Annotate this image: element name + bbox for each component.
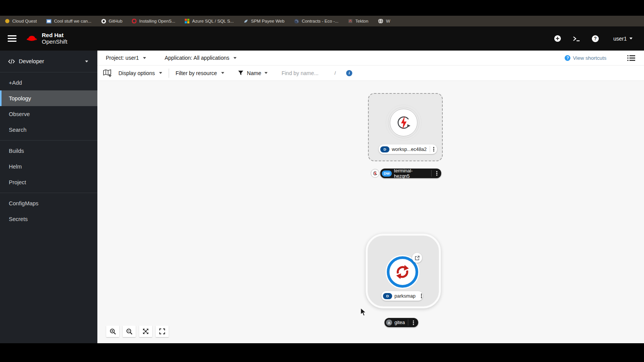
nav-group-config: ConfigMaps Secrets xyxy=(0,193,97,229)
view-shortcuts-button[interactable]: ? View shortcuts xyxy=(565,55,606,61)
bookmark-spm-payee[interactable]: SPM Payee Web xyxy=(243,19,284,23)
zoom-controls xyxy=(106,326,169,337)
application-dropdown[interactable]: Application: All applications xyxy=(164,55,237,61)
gitea-name: gitea xyxy=(394,320,405,325)
microsoft-favicon xyxy=(185,19,189,23)
dark-globe-favicon xyxy=(294,19,299,24)
sidebar-item-topology[interactable]: Topology xyxy=(0,90,97,106)
label-divider xyxy=(430,146,430,152)
parksmap-node-label[interactable]: D parksmap xyxy=(381,291,423,301)
add-button[interactable] xyxy=(554,35,562,43)
openshift-favicon xyxy=(132,19,136,23)
export-application-icon[interactable] xyxy=(103,69,112,77)
bookmark-label: Cool stuff we can... xyxy=(54,19,92,23)
kebab-menu-icon[interactable] xyxy=(421,293,422,299)
zoom-out-button[interactable] xyxy=(123,326,136,337)
expand-arrows-icon xyxy=(143,328,149,334)
user-menu[interactable]: user1 xyxy=(613,36,632,42)
sidebar-item-search[interactable]: Search xyxy=(0,122,97,138)
chevron-down-icon xyxy=(159,72,162,74)
filter-type-label: Name xyxy=(247,70,261,76)
view-shortcuts-label: View shortcuts xyxy=(573,55,606,61)
devworkspace-mini-icon xyxy=(373,171,378,176)
sidebar-item-project[interactable]: Project xyxy=(0,174,97,190)
label-divider xyxy=(431,170,432,177)
workspace-node-label[interactable]: D worksp...ec48a2 xyxy=(379,144,437,154)
deployment-badge: D xyxy=(383,293,392,299)
info-icon[interactable]: i xyxy=(346,70,352,76)
nav-label: Search xyxy=(9,127,26,133)
bookmark-azure-sql[interactable]: Azure SQL / SQL S... xyxy=(185,19,233,23)
bookmark-contracts[interactable]: Contracts - Eco -... xyxy=(294,19,338,24)
terminal-node-decorator[interactable] xyxy=(371,169,380,178)
chevron-down-icon xyxy=(264,72,268,74)
bookmark-tekton[interactable]: Tekton xyxy=(348,19,368,23)
screen: Cloud Quest Cool stuff we can... GitHub … xyxy=(0,0,644,362)
terminal-name: terminal-hezqn5 xyxy=(394,168,428,179)
filter-by-resource-label: Filter by resource xyxy=(176,70,217,76)
filter-type-dropdown[interactable]: Name xyxy=(238,70,268,76)
bookmark-cool-stuff[interactable]: Cool stuff we can... xyxy=(46,19,92,23)
zoom-in-button[interactable] xyxy=(106,326,119,337)
project-dropdown[interactable]: Project: user1 xyxy=(106,55,146,61)
chevron-down-icon xyxy=(143,57,146,59)
brand-text: Red Hat OpenShift xyxy=(42,32,67,45)
gitea-node-label[interactable]: A gitea xyxy=(384,318,418,327)
kebab-menu-icon[interactable] xyxy=(432,146,435,152)
nav-label: +Add xyxy=(9,80,22,86)
brand[interactable]: Red Hat OpenShift xyxy=(25,32,67,45)
username: user1 xyxy=(613,36,627,42)
chevron-down-icon xyxy=(221,72,224,74)
kebab-menu-icon[interactable] xyxy=(434,170,439,177)
plus-circle-icon xyxy=(554,35,561,42)
application-dropdown-label: Application: All applications xyxy=(164,55,229,61)
sidebar: Developer +Add Topology Observe Search B… xyxy=(0,51,97,343)
web-terminal-button[interactable] xyxy=(573,35,580,43)
sidebar-item-secrets[interactable]: Secrets xyxy=(0,211,97,227)
bookmark-label: Azure SQL / SQL S... xyxy=(192,19,233,23)
bookmark-label: W xyxy=(386,19,390,23)
list-view-toggle[interactable] xyxy=(627,55,636,61)
topology-toolbar: Display options Filter by resource Name … xyxy=(97,66,644,81)
sidebar-item-helm[interactable]: Helm xyxy=(0,159,97,174)
sidebar-item-builds[interactable]: Builds xyxy=(0,143,97,159)
code-icon xyxy=(8,59,15,64)
nav-label: Secrets xyxy=(9,216,28,222)
feather-favicon xyxy=(243,19,248,23)
devworkspace-badge: DW xyxy=(382,170,392,177)
bookmark-cloud-quest[interactable]: Cloud Quest xyxy=(5,19,37,23)
bookmark-github[interactable]: GitHub xyxy=(101,19,123,24)
topology-canvas[interactable]: D worksp...ec48a2 DW terminal-hezqn5 xyxy=(97,81,644,343)
perspective-switcher[interactable]: Developer xyxy=(0,51,97,72)
bookmark-w[interactable]: W xyxy=(378,18,390,24)
filter-funnel-icon xyxy=(238,70,243,75)
bookmark-installing-openshift[interactable]: Installing OpenS... xyxy=(132,19,175,23)
toolbar-divider xyxy=(169,69,169,78)
zoom-in-icon xyxy=(110,328,116,335)
kebab-menu-icon[interactable] xyxy=(411,319,416,326)
project-dropdown-label: Project: user1 xyxy=(106,55,139,61)
sidebar-item-observe[interactable]: Observe xyxy=(0,106,97,122)
fit-to-screen-button[interactable] xyxy=(139,326,152,337)
display-options-dropdown[interactable]: Display options xyxy=(118,70,162,76)
cloud-quest-favicon xyxy=(5,19,10,23)
hamburger-menu-icon[interactable] xyxy=(8,35,16,42)
main-content: Project: user1 Application: All applicat… xyxy=(97,51,644,343)
workspace-node[interactable] xyxy=(390,109,417,136)
open-url-decorator[interactable] xyxy=(412,253,422,263)
find-by-name-input[interactable] xyxy=(281,70,330,76)
filter-by-resource-dropdown[interactable]: Filter by resource xyxy=(176,70,224,76)
fullscreen-button[interactable] xyxy=(156,326,169,337)
masthead: Red Hat OpenShift ? user1 xyxy=(0,26,644,51)
bookmark-label: Installing OpenS... xyxy=(139,19,175,23)
display-options-label: Display options xyxy=(118,70,155,76)
perspective-label: Developer xyxy=(19,58,44,64)
sidebar-item-configmaps[interactable]: ConfigMaps xyxy=(0,195,97,211)
nav-label: Observe xyxy=(9,111,30,117)
zoom-out-icon xyxy=(126,328,133,335)
terminal-node-label[interactable]: DW terminal-hezqn5 xyxy=(380,169,441,178)
sidebar-item-add[interactable]: +Add xyxy=(0,75,97,90)
bookmark-label: Contracts - Eco -... xyxy=(302,19,338,23)
help-button[interactable]: ? xyxy=(591,35,599,43)
label-divider xyxy=(408,319,408,326)
